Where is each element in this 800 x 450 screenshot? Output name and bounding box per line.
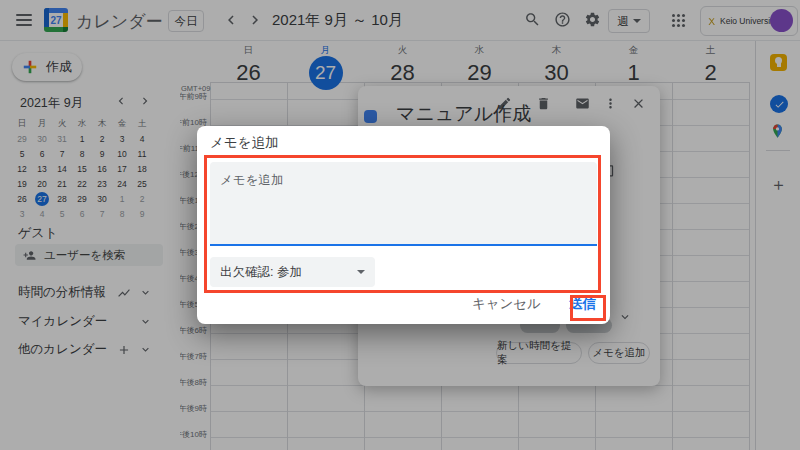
dialog-title: メモを追加 [210,134,278,152]
cancel-button[interactable]: キャンセル [466,291,547,317]
add-note-dialog: メモを追加 出欠確認: 参加 キャンセル 送信 [197,126,610,324]
rsvp-dropdown-value: 出欠確認: 参加 [220,264,302,281]
google-calendar-app: 27 カレンダー 今日 2021年 9月 ～ 10月 週 Keio Univer… [0,0,800,450]
caret-down-icon [357,270,365,274]
send-button[interactable]: 送信 [563,291,602,317]
rsvp-dropdown[interactable]: 出欠確認: 参加 [210,257,375,287]
note-textarea[interactable] [210,162,597,246]
